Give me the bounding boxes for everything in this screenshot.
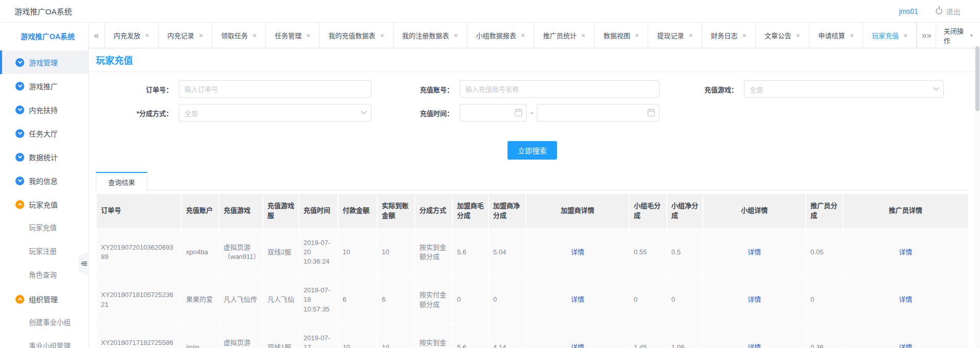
forward-icon: » bbox=[922, 30, 926, 41]
time-range: - bbox=[460, 104, 660, 121]
results-tab[interactable]: 查询结果 bbox=[96, 172, 147, 190]
sidebar-item[interactable]: 数据统计 bbox=[0, 145, 88, 169]
column-header: 小组详情 bbox=[703, 194, 806, 229]
sidebar-subitem[interactable]: 玩家注册 bbox=[0, 240, 88, 264]
sidebar-item[interactable]: 任务大厅 bbox=[0, 121, 88, 145]
tab-item[interactable]: 财务日志× bbox=[702, 23, 756, 48]
detail-link[interactable]: 详情 bbox=[899, 343, 912, 348]
column-header: 订单号 bbox=[96, 194, 181, 229]
tab-item[interactable]: 领取任务× bbox=[212, 23, 266, 48]
detail-link[interactable]: 详情 bbox=[748, 343, 761, 348]
sidebar-subitem[interactable]: 创建事业小组 bbox=[0, 311, 88, 335]
close-icon[interactable]: × bbox=[581, 32, 585, 39]
detail-link[interactable]: 详情 bbox=[571, 295, 584, 303]
detail-link[interactable]: 详情 bbox=[899, 248, 912, 256]
cell-detail: 详情 bbox=[703, 324, 806, 348]
close-icon[interactable]: × bbox=[199, 32, 203, 39]
cell-franchise_gross: 5.6 bbox=[452, 324, 488, 348]
tab-item[interactable]: 申请结算× bbox=[809, 23, 863, 48]
tab-label: 数据视图 bbox=[603, 30, 630, 40]
tab-item[interactable]: 推广员统计× bbox=[534, 23, 595, 48]
detail-link[interactable]: 详情 bbox=[899, 295, 912, 303]
cell-detail: 详情 bbox=[703, 276, 806, 324]
detail-link[interactable]: 详情 bbox=[748, 295, 761, 303]
sidebar-item[interactable]: 组织管理 bbox=[0, 287, 88, 311]
sidebar-item-label: 游戏管理 bbox=[29, 57, 58, 67]
tab-item[interactable]: 我的注册数据表× bbox=[394, 23, 467, 48]
logout-button[interactable]: 退出 bbox=[936, 6, 960, 16]
main-area: « 内充发放×内充记录×领取任务×任务管理×我的充值数据表×我的注册数据表×小组… bbox=[89, 23, 980, 348]
close-operations-menu[interactable]: 关闭操作 ▾ bbox=[936, 23, 980, 48]
content-body: 订单号： 充值账号： 充值游戏： 全部 *分成方式： 全部 充值时间： bbox=[89, 72, 980, 348]
tab-item[interactable]: 内充记录× bbox=[159, 23, 212, 48]
table-header-row: 订单号充值账户充值游戏充值游戏服充值时间付款金额实际到账金额分成方式加盟商毛分成… bbox=[96, 194, 968, 229]
tab-item[interactable]: 任务管理× bbox=[266, 23, 319, 48]
column-header: 推广员分成 bbox=[806, 194, 843, 229]
close-icon[interactable]: × bbox=[521, 32, 525, 39]
account-input[interactable] bbox=[460, 80, 660, 98]
close-icon[interactable]: × bbox=[742, 32, 747, 39]
tab-item[interactable]: 内充发放× bbox=[105, 23, 159, 48]
tabs-scroll-right-icon[interactable]: »» bbox=[917, 23, 936, 48]
cell-group_gross: 0 bbox=[629, 276, 667, 324]
cell-time: 2019-07-20 10:36:24 bbox=[299, 229, 338, 276]
detail-link[interactable]: 详情 bbox=[571, 343, 584, 348]
tab-item[interactable]: 小组数据报表× bbox=[467, 23, 534, 48]
app-title: 游戏推广OA系统 bbox=[14, 6, 72, 16]
column-header: 充值时间 bbox=[299, 194, 338, 229]
calendar-icon bbox=[515, 110, 522, 116]
username-link[interactable]: jms01 bbox=[899, 7, 918, 15]
sidebar-subitem[interactable]: 角色查询 bbox=[0, 264, 88, 287]
sidebar-item[interactable]: 玩家充值 bbox=[0, 193, 88, 216]
sidebar-item-label: 内充扶持 bbox=[29, 105, 58, 115]
calendar-icon bbox=[648, 110, 655, 116]
sidebar-item-label: 我的信息 bbox=[29, 176, 58, 186]
sidebar-subitem[interactable]: 玩家充值 bbox=[0, 216, 88, 240]
tab-item[interactable]: 我的充值数据表× bbox=[319, 23, 393, 48]
cell-game: 虚拟页游（wan911） bbox=[219, 229, 263, 276]
cell-franchise_net: 4.14 bbox=[488, 324, 526, 348]
close-icon[interactable]: × bbox=[252, 32, 257, 39]
close-icon[interactable]: × bbox=[796, 32, 800, 39]
scrollbar-thumb[interactable] bbox=[975, 46, 979, 111]
cell-detail: 详情 bbox=[843, 324, 968, 348]
cell-promoter_share: 0.36 bbox=[806, 324, 843, 348]
tab-item[interactable]: 文章公告× bbox=[756, 23, 809, 48]
chevron-down-icon bbox=[15, 177, 24, 185]
close-icon[interactable]: × bbox=[903, 32, 907, 39]
tab-item[interactable]: 玩家充值× bbox=[863, 23, 917, 48]
tab-item[interactable]: 数据视图× bbox=[595, 23, 648, 48]
close-icon[interactable]: × bbox=[145, 32, 149, 39]
close-icon[interactable]: × bbox=[850, 32, 854, 39]
page-scrollbar[interactable] bbox=[975, 45, 980, 348]
tab-item[interactable]: 提现记录× bbox=[648, 23, 702, 48]
sidebar-subitem[interactable]: 事业小组管理 bbox=[0, 335, 88, 348]
game-select[interactable]: 全部 bbox=[744, 80, 944, 98]
tabbar-tabs: 内充发放×内充记录×领取任务×任务管理×我的充值数据表×我的注册数据表×小组数据… bbox=[105, 23, 917, 48]
cell-server: 双线2服 bbox=[263, 229, 299, 276]
sidebar-item[interactable]: 游戏管理 bbox=[0, 50, 88, 74]
search-button[interactable]: 立即搜索 bbox=[508, 141, 557, 160]
sidebar-item[interactable]: 游戏推广 bbox=[0, 74, 88, 98]
order-no-input[interactable] bbox=[179, 80, 371, 98]
tabs-scroll-left-icon[interactable]: « bbox=[89, 23, 105, 48]
detail-link[interactable]: 详情 bbox=[571, 248, 584, 256]
cell-time: 2019-07-18 10:57:35 bbox=[299, 276, 338, 324]
close-icon[interactable]: × bbox=[380, 32, 384, 39]
close-icon[interactable]: × bbox=[635, 32, 639, 39]
sidebar-item[interactable]: 我的信息 bbox=[0, 169, 88, 193]
start-date-input[interactable] bbox=[460, 104, 527, 121]
game-select-value: 全部 bbox=[750, 84, 763, 94]
end-date-input[interactable] bbox=[537, 104, 660, 121]
cell-account: jinjin bbox=[181, 324, 219, 348]
sidebar-item-label: 游戏推广 bbox=[29, 81, 58, 91]
close-icon[interactable]: × bbox=[454, 32, 458, 39]
close-icon[interactable]: × bbox=[688, 32, 692, 39]
chevron-down-icon bbox=[15, 106, 24, 114]
cell-game: 虚拟页游（wan911） bbox=[219, 324, 263, 348]
split-mode-select[interactable]: 全部 bbox=[179, 104, 371, 121]
detail-link[interactable]: 详情 bbox=[748, 248, 761, 256]
sidebar-header: 游戏推广OA系统 bbox=[0, 23, 88, 50]
sidebar-item[interactable]: 内充扶持 bbox=[0, 98, 88, 121]
close-icon[interactable]: × bbox=[306, 32, 310, 39]
